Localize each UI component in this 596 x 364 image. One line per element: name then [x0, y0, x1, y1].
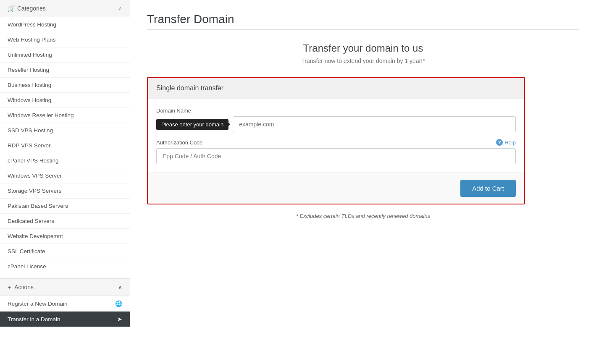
- sidebar-item-rdp-vps-server[interactable]: RDP VPS Server: [0, 138, 130, 153]
- sidebar-item-windows-vps-server[interactable]: Windows VPS Server: [0, 168, 130, 183]
- actions-header: + Actions ∧: [0, 278, 130, 296]
- main-content: Transfer Domain Transfer your domain to …: [130, 0, 596, 364]
- sidebar-item-unlimited-hosting[interactable]: Unlimited Hosting: [0, 47, 130, 63]
- transfer-hero-title: Transfer your domain to us: [147, 42, 579, 54]
- transfer-form-box: Single domain transfer Domain Name Pleas…: [147, 77, 525, 204]
- sidebar-item-cpanel-vps-hosting[interactable]: cPanel VPS Hosting: [0, 153, 130, 168]
- transfer-hero: Transfer your domain to us Transfer now …: [147, 42, 579, 64]
- plus-icon: +: [8, 284, 11, 291]
- domain-tooltip: Please enter your domain: [156, 119, 228, 130]
- sidebar-item-register-new-domain[interactable]: Register a New Domain 🌐: [0, 296, 130, 312]
- transfer-hero-subtitle: Transfer now to extend your domain by 1 …: [147, 58, 579, 64]
- globe-icon: 🌐: [115, 300, 122, 307]
- auth-code-input[interactable]: [156, 148, 516, 164]
- categories-chevron: ∧: [118, 5, 122, 11]
- sidebar-item-dedicated-servers[interactable]: Dedicated Servers: [0, 214, 130, 229]
- page-title: Transfer Domain: [147, 13, 579, 26]
- sidebar-item-business-hosting[interactable]: Business Hosting: [0, 78, 130, 93]
- arrow-icon: ➤: [117, 316, 122, 322]
- sidebar-item-pakistan-based-servers[interactable]: Pakistan Based Servers: [0, 199, 130, 214]
- sidebar-item-ssd-vps-hosting[interactable]: SSD VPS Hosting: [0, 123, 130, 138]
- cart-icon: 🛒: [8, 5, 15, 12]
- sidebar-item-transfer-in-domain[interactable]: Transfer in a Domain ➤: [0, 312, 130, 327]
- domain-name-input[interactable]: [233, 116, 516, 132]
- sidebar-item-cpanel-license[interactable]: cPanel License: [0, 259, 130, 274]
- auth-code-label: Authorization Code: [156, 139, 203, 146]
- actions-chevron: ∧: [118, 284, 122, 291]
- auth-code-section: Authorization Code ? Help: [156, 139, 516, 164]
- sidebar-item-website-developemnt[interactable]: Website Developemnt: [0, 229, 130, 244]
- sidebar-item-ssl-certificate[interactable]: SSL Certificate: [0, 244, 130, 259]
- categories-label: Categories: [17, 5, 46, 12]
- title-divider: [147, 29, 579, 30]
- actions-section: + Actions ∧ Register a New Domain 🌐 Tran…: [0, 278, 130, 327]
- transfer-form-header: Single domain transfer: [148, 78, 524, 99]
- sidebar-item-storage-vps-servers[interactable]: Storage VPS Servers: [0, 183, 130, 199]
- domain-name-row: Please enter your domain: [156, 116, 516, 132]
- domain-name-label: Domain Name: [156, 107, 516, 114]
- auth-code-header: Authorization Code ? Help: [156, 139, 516, 146]
- categories-header: 🛒 Categories ∧: [0, 0, 130, 17]
- sidebar: 🛒 Categories ∧ WordPress Hosting Web Hos…: [0, 0, 130, 364]
- sidebar-item-reseller-hosting[interactable]: Reseller Hosting: [0, 63, 130, 78]
- sidebar-item-wordpress-hosting[interactable]: WordPress Hosting: [0, 17, 130, 32]
- excludes-note: * Excludes certain TLDs and recently ren…: [147, 213, 579, 219]
- sidebar-item-web-hosting-plans[interactable]: Web Hosting Plans: [0, 32, 130, 47]
- sidebar-item-windows-reseller-hosting[interactable]: Windows Reseller Hosting: [0, 108, 130, 123]
- help-icon: ?: [496, 139, 503, 146]
- transfer-form-footer: Add to Cart: [148, 173, 524, 204]
- transfer-form-body: Domain Name Please enter your domain Aut…: [148, 99, 524, 173]
- add-to-cart-button[interactable]: Add to Cart: [460, 180, 516, 197]
- sidebar-nav-list: WordPress Hosting Web Hosting Plans Unli…: [0, 17, 130, 274]
- actions-label: Actions: [14, 284, 34, 291]
- help-link[interactable]: ? Help: [496, 139, 516, 146]
- sidebar-item-windows-hosting[interactable]: Windows Hosting: [0, 93, 130, 108]
